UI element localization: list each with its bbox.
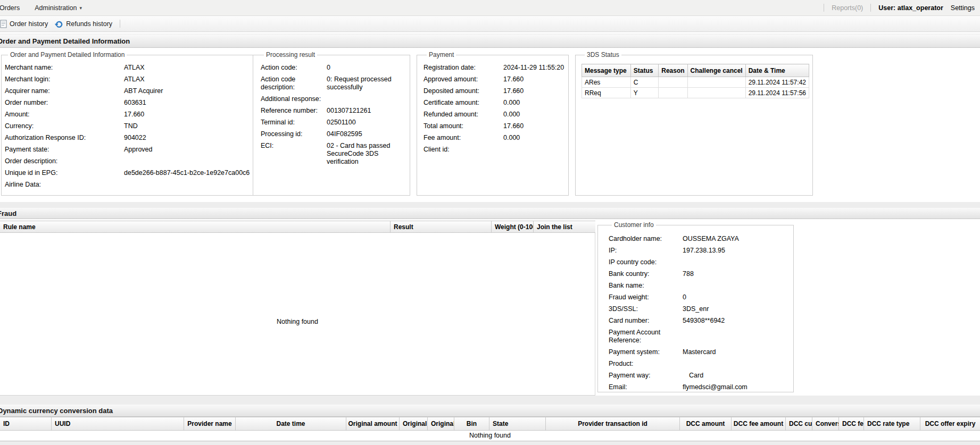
field-label: Reference number: [261, 107, 327, 115]
section-title: Order and Payment Detailed Information [0, 37, 130, 45]
field-row: Certificate amount:0.000 [423, 99, 565, 107]
tds-cell: 29.11.2024 11:57:42 [745, 77, 809, 88]
dcc-col-header: Original f [400, 417, 428, 430]
menu-reports[interactable]: Reports(0) [832, 4, 863, 12]
field-label: IP country code: [609, 258, 683, 266]
field-label: Total amount: [423, 122, 503, 130]
field-label: Authorization Response ID: [5, 134, 124, 142]
menu-administration[interactable]: Administration ▾ [27, 0, 89, 16]
order-info-legend: Order and Payment Detailed Information [8, 51, 127, 58]
dcc-col-header: DCC fee [839, 417, 864, 430]
customer-info-panel: Customer info Cardholder name:OUSSEMA ZG… [597, 221, 794, 392]
field-row: Order number:603631 [5, 99, 250, 107]
table-row[interactable]: ARes C 29.11.2024 11:57:42 [582, 77, 809, 88]
field-label: Currency: [5, 122, 124, 130]
dcc-col-header: State [489, 417, 546, 430]
field-value: 0.000 [503, 99, 520, 107]
app-window: Orders Administration ▾ Reports(0) User:… [0, 0, 980, 445]
tds-col-header: Reason [659, 64, 687, 77]
field-value: 3DS_enr [683, 305, 709, 313]
fraud-table-body: Nothing found [0, 233, 595, 396]
field-label: Order number: [5, 99, 124, 107]
menu-separator [824, 4, 824, 12]
menu-orders-label: Orders [0, 4, 20, 12]
field-row: Reference number:001307121261 [261, 107, 406, 115]
tds-cell: C [630, 77, 658, 88]
dcc-col-header: Original c [428, 417, 454, 430]
field-label: Order description: [5, 157, 124, 165]
field-label: Bank name: [609, 282, 683, 290]
field-row: Order description: [5, 157, 250, 165]
fraud-section: Rule name Result Weight (0-100) Join the… [0, 219, 980, 396]
tds-cell: 29.11.2024 11:57:56 [745, 88, 809, 98]
tds-col-header: Date & Time [745, 64, 809, 77]
field-label: Bank country: [609, 270, 683, 278]
field-label: Merchant login: [5, 75, 124, 83]
section-title: Fraud [0, 209, 16, 217]
dcc-col-header: DCC offer expiry [920, 417, 980, 430]
dcc-col-header: DCC amount [680, 417, 732, 430]
customer-info-legend: Customer info [612, 221, 656, 229]
spacer [0, 202, 980, 207]
menu-orders[interactable]: Orders [0, 0, 27, 16]
field-row: Action code:0 [261, 64, 406, 72]
tds-status-table: Message type Status Reason Challenge can… [582, 64, 809, 98]
field-row: 3DS/SSL:3DS_enr [609, 305, 790, 313]
field-row: Unique id in EPG:de5de266-b887-45c1-b2ce… [5, 169, 250, 177]
dcc-col-header: Provider name [184, 417, 236, 430]
field-row: Approved amount:17.660 [423, 75, 565, 83]
dcc-empty-message: Nothing found [0, 431, 980, 441]
field-row: Merchant name:ATLAX [5, 64, 250, 72]
refunds-history-button[interactable]: Refunds history [52, 18, 117, 30]
chevron-down-icon: ▾ [79, 5, 82, 11]
field-value: 17.660 [503, 87, 524, 95]
refunds-history-label: Refunds history [66, 20, 112, 28]
field-row: Bank name: [609, 282, 790, 290]
field-row: Registration date:2024-11-29 11:55:20 [423, 64, 565, 72]
order-history-button[interactable]: Order history [0, 18, 52, 30]
field-label: Payment way: [609, 372, 683, 380]
dcc-col-header: Original amount [346, 417, 400, 430]
section-header-order-payment: Order and Payment Detailed Information [0, 34, 980, 48]
field-value: 0.000 [503, 134, 520, 142]
field-row: Acquirer name:ABT Acquirer [5, 87, 250, 95]
field-value: flymedsci@gmail.com [683, 383, 748, 391]
dcc-col-header: UUID [52, 417, 184, 430]
field-label: Fraud weight: [609, 293, 683, 301]
field-label: IP: [609, 247, 683, 255]
field-row: Bank country:788 [609, 270, 790, 278]
tds-cell [687, 88, 745, 98]
field-value: 02501100 [327, 119, 356, 127]
field-label: Approved amount: [423, 75, 503, 83]
fraud-col-header: Join the list [534, 221, 595, 232]
menu-settings[interactable]: Settings [951, 4, 975, 12]
field-label: Merchant name: [5, 64, 124, 72]
field-value: Mastercard [683, 348, 716, 356]
field-label: Product: [609, 360, 683, 368]
field-value: 17.660 [503, 75, 524, 83]
refresh-icon [54, 20, 63, 28]
field-label: Airline Data: [5, 181, 124, 189]
field-row: Deposited amount:17.660 [423, 87, 565, 95]
field-label: Card number: [609, 317, 683, 325]
field-label: Action code description: [261, 75, 327, 91]
field-label: Fee amount: [423, 134, 503, 142]
fraud-col-header: Rule name [0, 221, 391, 232]
field-label: Payment system: [609, 348, 683, 356]
field-row: Merchant login:ATLAX [5, 75, 250, 83]
toolbar: Order history Refunds history [0, 16, 980, 32]
field-value: 0 [327, 64, 330, 72]
field-label: Registration date: [423, 64, 503, 72]
fraud-empty-message: Nothing found [0, 318, 595, 325]
toolbar-separator [120, 20, 120, 28]
field-row: Product: [609, 360, 790, 368]
field-row: Payment system:Mastercard [609, 348, 790, 356]
field-label: 3DS/SSL: [609, 305, 683, 313]
field-row: Card number:549308**6942 [609, 317, 790, 325]
table-row[interactable]: RReq Y 29.11.2024 11:57:56 [582, 88, 809, 98]
field-row: Client id: [423, 146, 565, 154]
spacer [0, 396, 980, 404]
field-value: OUSSEMA ZGAYA [683, 235, 739, 243]
payment-panel: Payment Registration date:2024-11-29 11:… [417, 51, 569, 196]
field-row: IP:197.238.13.95 [609, 247, 790, 255]
